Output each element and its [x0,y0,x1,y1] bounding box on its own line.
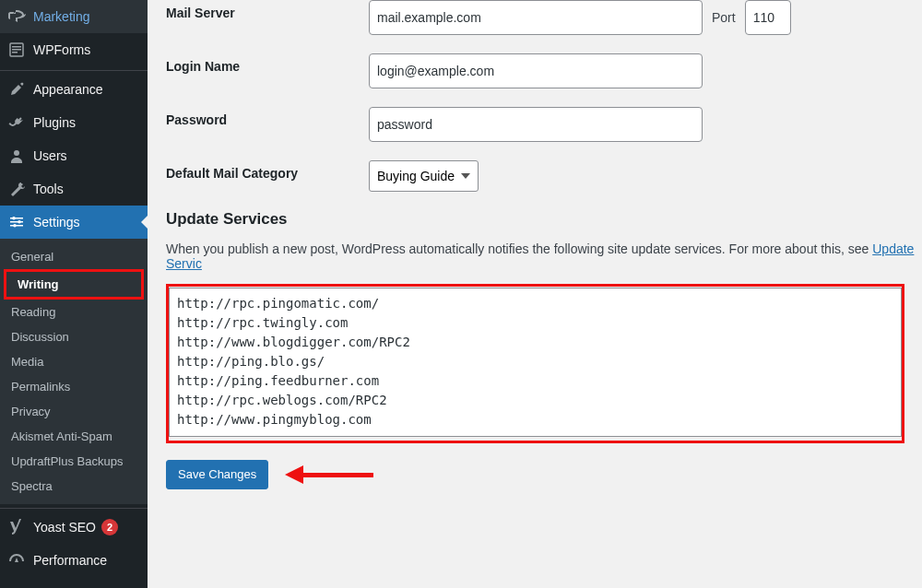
svg-point-9 [18,220,21,224]
sliders-icon [7,213,26,231]
sidebar-item-label: Tools [33,182,64,196]
port-label: Port [708,10,739,25]
svg-point-10 [13,224,17,228]
sidebar-item-label: Yoast SEO [33,520,96,535]
annotation-highlighted-menu: Writing [4,269,144,300]
submenu-discussion[interactable]: Discussion [0,324,148,349]
row-password: Password [166,107,922,142]
annotation-highlighted-textarea [166,284,904,443]
update-services-heading: Update Services [166,210,922,229]
sidebar-item-label: Appearance [33,82,103,97]
main-content: Mail Server Port Login Name Password Def… [148,0,922,588]
gauge-icon [7,551,26,570]
svg-rect-7 [10,225,23,227]
mail-server-label: Mail Server [166,0,369,20]
sidebar-item-label: WPForms [33,42,90,57]
row-mail-server: Mail Server Port [166,0,922,35]
submenu-privacy[interactable]: Privacy [0,399,148,424]
sidebar-item-yoast[interactable]: Yoast SEO 2 [0,511,148,544]
svg-rect-1 [12,46,21,48]
row-default-category: Default Mail Category Buying Guide [166,160,922,192]
submenu-reading[interactable]: Reading [0,300,148,324]
sidebar-item-label: Users [33,148,67,163]
svg-point-8 [12,217,16,220]
submenu-writing[interactable]: Writing [6,272,141,297]
sidebar-item-users[interactable]: Users [0,139,148,172]
default-category-label: Default Mail Category [166,160,369,181]
password-label: Password [166,107,369,127]
brush-icon [7,80,26,99]
login-name-input[interactable] [369,53,703,88]
login-name-label: Login Name [166,53,369,74]
yoast-icon [7,518,26,536]
svg-rect-3 [12,52,18,53]
wrench-icon [7,180,26,198]
sidebar-item-tools[interactable]: Tools [0,172,148,206]
user-icon [7,147,26,165]
password-input[interactable] [369,107,703,142]
sidebar-item-marketing[interactable]: Marketing [0,0,148,33]
sidebar-item-appearance[interactable]: Appearance [0,73,148,106]
sidebar-item-label: Marketing [33,9,89,24]
menu-separator [0,66,148,71]
svg-rect-5 [10,218,23,219]
row-login-name: Login Name [166,53,922,88]
menu-separator [0,504,148,509]
annotation-arrow [285,468,373,481]
mail-server-input[interactable] [369,0,703,35]
admin-sidebar: Marketing WPForms Appearance Plugins Use… [0,0,148,588]
sidebar-item-label: Plugins [33,115,76,130]
submenu-updraft[interactable]: UpdraftPlus Backups [0,449,148,474]
svg-rect-6 [10,221,23,223]
notification-badge: 2 [101,519,118,535]
sidebar-item-label: Performance [33,553,107,568]
sidebar-item-label: Settings [33,215,80,229]
svg-rect-2 [12,49,21,51]
settings-submenu: General Writing Reading Discussion Media… [0,239,148,504]
submenu-spectra[interactable]: Spectra [0,474,148,499]
default-category-select[interactable]: Buying Guide [369,160,479,192]
sidebar-item-wpforms[interactable]: WPForms [0,33,148,66]
port-input[interactable] [745,0,791,35]
update-services-textarea[interactable] [169,288,902,437]
megaphone-icon [7,7,26,26]
sidebar-item-performance[interactable]: Performance [0,544,148,577]
submenu-general[interactable]: General [0,244,148,269]
form-icon [7,41,26,59]
plug-icon [7,113,26,132]
sidebar-item-plugins[interactable]: Plugins [0,106,148,139]
svg-point-4 [14,150,19,156]
save-changes-button[interactable]: Save Changes [166,460,268,489]
submenu-akismet[interactable]: Akismet Anti-Spam [0,424,148,449]
submenu-permalinks[interactable]: Permalinks [0,374,148,399]
submenu-media[interactable]: Media [0,349,148,374]
sidebar-item-settings[interactable]: Settings [0,206,148,239]
save-row: Save Changes [166,460,922,489]
update-services-description: When you publish a new post, WordPress a… [166,241,922,271]
